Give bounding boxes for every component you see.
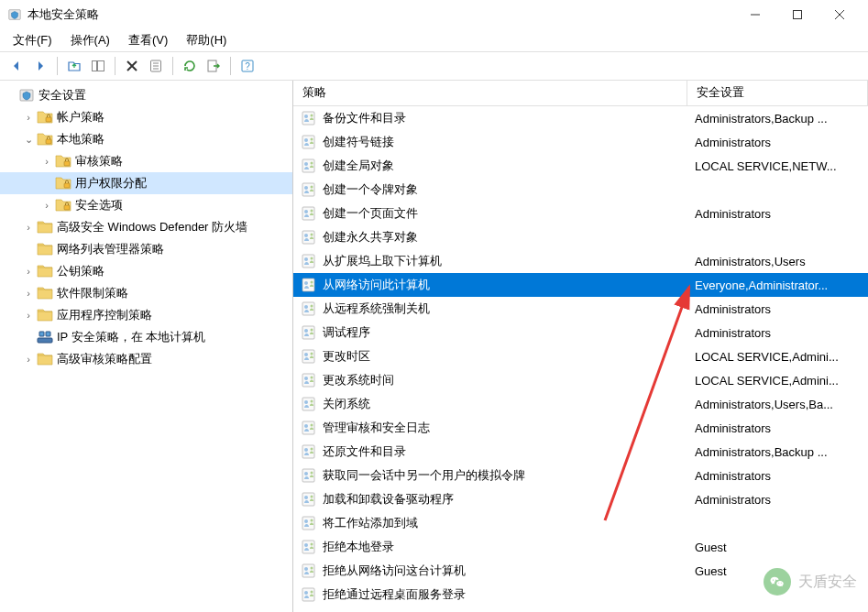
policy-item-icon — [301, 467, 317, 484]
policy-cell: 从远程系统强制关机 — [293, 301, 687, 317]
help-button[interactable]: ? — [236, 55, 258, 77]
policy-row[interactable]: 拒绝本地登录Guest — [293, 535, 868, 559]
setting-cell: Administrators — [687, 421, 868, 435]
export-button[interactable] — [203, 55, 225, 77]
tree-item[interactable]: ›应用程序控制策略 — [0, 304, 292, 326]
list-body[interactable]: 备份文件和目录Administrators,Backup ...创建符号链接Ad… — [293, 106, 868, 612]
policy-row[interactable]: 获取同一会话中另一个用户的模拟令牌Administrators — [293, 464, 868, 487]
minimize-button[interactable] — [734, 0, 776, 29]
policy-name: 更改系统时间 — [323, 372, 394, 388]
tree-item[interactable]: 网络列表管理器策略 — [0, 238, 292, 260]
expander-icon[interactable]: › — [40, 156, 53, 167]
up-button[interactable] — [63, 55, 85, 77]
policy-name: 创建一个令牌对象 — [323, 181, 418, 198]
tree-item[interactable]: ›软件限制策略 — [0, 282, 292, 304]
tree-item[interactable]: ⌄本地策略 — [0, 128, 292, 150]
tree-item-label: 高级安全 Windows Defender 防火墙 — [57, 219, 247, 235]
setting-cell: Administrators,Backup ... — [687, 445, 868, 459]
policy-item-icon — [301, 253, 317, 269]
tree-root[interactable]: 安全设置 — [0, 84, 292, 106]
policy-row[interactable]: 备份文件和目录Administrators,Backup ... — [293, 106, 868, 130]
policy-cell: 创建符号链接 — [293, 134, 687, 150]
policy-row[interactable]: 从网络访问此计算机Everyone,Administrator... — [293, 273, 868, 297]
close-button[interactable] — [819, 0, 861, 29]
policy-cell: 将工作站添加到域 — [293, 515, 687, 531]
tree-item[interactable]: ›审核策略 — [0, 150, 292, 172]
policy-name: 关闭系统 — [323, 396, 370, 412]
setting-cell: Administrators — [687, 493, 868, 507]
policy-name: 拒绝本地登录 — [323, 539, 394, 555]
show-hide-tree-button[interactable] — [87, 55, 109, 77]
ipsec-icon — [37, 329, 53, 345]
policy-row[interactable]: 从扩展坞上取下计算机Administrators,Users — [293, 249, 868, 273]
policy-row[interactable]: 关闭系统Administrators,Users,Ba... — [293, 392, 868, 416]
policy-row[interactable]: 还原文件和目录Administrators,Backup ... — [293, 440, 868, 464]
setting-cell: Administrators — [687, 302, 868, 316]
policy-row[interactable]: 更改系统时间LOCAL SERVICE,Admini... — [293, 368, 868, 392]
policy-item-icon — [301, 229, 317, 246]
policy-row[interactable]: 加载和卸载设备驱动程序Administrators — [293, 487, 868, 511]
policy-row[interactable]: 创建永久共享对象 — [293, 225, 868, 249]
menu-view[interactable]: 查看(V) — [119, 30, 177, 50]
column-header-setting[interactable]: 安全设置 — [687, 81, 868, 105]
tree-item-label: 软件限制策略 — [57, 285, 128, 301]
expander-icon[interactable]: ⌄ — [22, 134, 35, 146]
policy-name: 从网络访问此计算机 — [323, 277, 430, 293]
tree-item[interactable]: ›高级安全 Windows Defender 防火墙 — [0, 216, 292, 238]
policy-item-icon — [301, 301, 317, 317]
column-header-policy[interactable]: 策略 — [293, 81, 687, 105]
expander-icon[interactable]: › — [40, 200, 53, 211]
policy-cell: 更改时区 — [293, 348, 687, 365]
expander-icon[interactable]: › — [22, 288, 35, 299]
properties-button[interactable] — [145, 55, 167, 77]
tree-item[interactable]: ›公钥策略 — [0, 260, 292, 282]
expander-icon[interactable]: › — [22, 266, 35, 277]
policy-row[interactable]: 创建全局对象LOCAL SERVICE,NETW... — [293, 154, 868, 178]
policy-item-icon — [301, 158, 317, 174]
policy-cell: 加载和卸载设备驱动程序 — [293, 491, 687, 508]
tree-item[interactable]: IP 安全策略，在 本地计算机 — [0, 326, 292, 348]
window-controls — [734, 0, 861, 29]
expander-icon[interactable]: › — [22, 310, 35, 321]
menu-file[interactable]: 文件(F) — [4, 30, 61, 50]
list-panel: 策略 安全设置 备份文件和目录Administrators,Backup ...… — [293, 81, 868, 612]
policy-cell: 管理审核和安全日志 — [293, 420, 687, 436]
policy-row[interactable]: 创建符号链接Administrators — [293, 130, 868, 154]
list-header: 策略 安全设置 — [293, 81, 868, 106]
policy-cell: 关闭系统 — [293, 396, 687, 412]
policy-row[interactable]: 创建一个页面文件Administrators — [293, 202, 868, 225]
policy-item-icon — [301, 181, 317, 198]
policy-name: 创建全局对象 — [323, 158, 394, 174]
policy-item-icon — [301, 396, 317, 412]
policy-name: 管理审核和安全日志 — [323, 420, 430, 436]
policy-item-icon — [301, 515, 317, 531]
policy-row[interactable]: 将工作站添加到域 — [293, 511, 868, 535]
expander-icon[interactable]: › — [22, 354, 35, 365]
back-button[interactable] — [5, 55, 27, 77]
tree-item[interactable]: ›帐户策略 — [0, 106, 292, 128]
tree-item[interactable]: ›安全选项 — [0, 194, 292, 216]
menu-action[interactable]: 操作(A) — [61, 30, 119, 50]
expander-icon[interactable]: › — [22, 222, 35, 233]
policy-cell: 创建永久共享对象 — [293, 229, 687, 246]
policy-row[interactable]: 拒绝从网络访问这台计算机Guest — [293, 559, 868, 583]
policy-name: 创建符号链接 — [323, 134, 394, 150]
policy-row[interactable]: 调试程序Administrators — [293, 321, 868, 344]
tree-item[interactable]: 用户权限分配 — [0, 172, 292, 194]
setting-cell: Administrators,Backup ... — [687, 112, 868, 126]
policy-row[interactable]: 从远程系统强制关机Administrators — [293, 297, 868, 321]
policy-row[interactable]: 管理审核和安全日志Administrators — [293, 416, 868, 440]
policy-name: 创建永久共享对象 — [323, 229, 418, 246]
tree-item[interactable]: ›高级审核策略配置 — [0, 348, 292, 370]
expander-icon[interactable]: › — [22, 112, 35, 123]
refresh-button[interactable] — [179, 55, 201, 77]
policy-row[interactable]: 拒绝通过远程桌面服务登录 — [293, 583, 868, 607]
menu-help[interactable]: 帮助(H) — [177, 30, 236, 50]
policy-name: 备份文件和目录 — [323, 110, 406, 126]
policy-row[interactable]: 更改时区LOCAL SERVICE,Admini... — [293, 344, 868, 368]
tree-panel[interactable]: 安全设置 ›帐户策略⌄本地策略›审核策略用户权限分配›安全选项›高级安全 Win… — [0, 81, 293, 612]
policy-row[interactable]: 创建一个令牌对象 — [293, 178, 868, 202]
forward-button[interactable] — [29, 55, 51, 77]
maximize-button[interactable] — [776, 0, 819, 29]
delete-button[interactable] — [121, 55, 143, 77]
